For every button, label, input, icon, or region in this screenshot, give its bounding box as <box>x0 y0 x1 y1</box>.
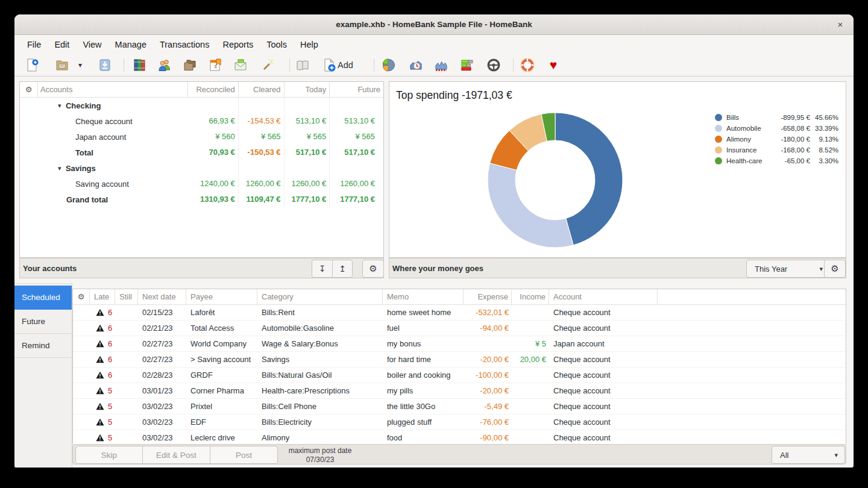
late-cell: 6 <box>90 352 115 367</box>
col-reconciled[interactable]: Reconciled <box>188 82 239 97</box>
scheduled-row[interactable]: 503/01/23Corner PharmaHealth-care:Prescr… <box>73 383 846 399</box>
expense-cell: -90,00 € <box>464 430 512 444</box>
grand-future: 1777,10 € <box>330 192 383 207</box>
scheduled-icon[interactable]: 3 <box>208 58 222 72</box>
scheduled-row[interactable]: 503/02/23Leclerc driveAlimonyfood-90,00 … <box>73 430 846 444</box>
filter-dropdown[interactable]: All ▾ <box>772 446 845 464</box>
menu-edit[interactable]: Edit <box>48 35 76 54</box>
ledger-book-icon[interactable] <box>295 58 310 72</box>
account-row[interactable]: Cheque account 66,93 € -154,53 € 513,10 … <box>20 113 383 129</box>
homebank-window: example.xhb - HomeBank Sample File - Hom… <box>14 14 854 468</box>
close-icon[interactable]: × <box>833 17 848 32</box>
balance-cleared: -154,53 € <box>239 113 285 129</box>
budget-report-icon[interactable] <box>460 58 474 72</box>
payee-cell: Laforêt <box>186 305 257 320</box>
tree-expanded-icon[interactable]: ▾ <box>58 164 66 172</box>
save-icon[interactable] <box>98 58 112 72</box>
late-count: 5 <box>108 399 112 414</box>
col-today[interactable]: Today <box>285 82 330 97</box>
income-cell: ¥ 5 <box>512 336 549 351</box>
menu-transactions[interactable]: Transactions <box>153 35 216 54</box>
columns-gear-icon[interactable]: ⚙ <box>73 289 90 304</box>
chart-settings-button[interactable]: ⚙ <box>824 260 846 278</box>
tab-remind[interactable]: Remind <box>14 334 72 358</box>
collapse-all-button[interactable]: ↥ <box>332 260 353 278</box>
payee-cell: > Saving account <box>186 352 257 367</box>
balance-report-icon[interactable] <box>434 58 448 72</box>
help-lifering-icon[interactable] <box>520 58 535 72</box>
scheduled-row[interactable]: 503/02/23PrixtelBills:Cell Phonethe litt… <box>73 399 846 414</box>
account-group-row[interactable]: ▾Savings <box>20 160 383 176</box>
categories-icon[interactable] <box>183 58 197 72</box>
col-cleared[interactable]: Cleared <box>239 82 285 97</box>
warning-icon <box>96 340 104 348</box>
add-transaction-icon[interactable] <box>322 58 336 72</box>
edit-post-button[interactable]: Edit & Post <box>143 446 210 464</box>
col-account[interactable]: Account <box>549 289 658 304</box>
expense-cell: -532,01 € <box>464 305 512 320</box>
new-file-icon[interactable] <box>25 58 39 72</box>
col-late[interactable]: Late <box>90 289 115 304</box>
account-cell: Cheque account <box>549 368 658 383</box>
account-label: Japan account <box>38 129 188 145</box>
open-recent-caret-icon[interactable]: ▾ <box>75 58 85 72</box>
period-dropdown[interactable]: This Year ▾ <box>746 260 830 278</box>
menu-help[interactable]: Help <box>294 35 325 54</box>
col-future[interactable]: Future <box>330 82 383 97</box>
legend-swatch <box>715 136 722 143</box>
skip-button[interactable]: Skip <box>75 446 143 464</box>
scheduled-row[interactable]: 602/28/23GRDFBills:Natural Gas/Oilboiler… <box>73 368 846 383</box>
open-file-icon[interactable] <box>55 58 69 72</box>
your-accounts-label: Your accounts <box>20 264 77 273</box>
payee-cell: Prixtel <box>186 399 257 414</box>
col-category[interactable]: Category <box>257 289 383 304</box>
assist-wizard-icon[interactable] <box>260 58 275 72</box>
menu-reports[interactable]: Reports <box>216 35 260 54</box>
trend-time-icon[interactable] <box>409 58 423 72</box>
next-date-cell: 02/27/23 <box>138 352 186 367</box>
accounts-settings-button[interactable]: ⚙ <box>362 260 384 278</box>
columns-gear-icon[interactable]: ⚙ <box>20 82 38 97</box>
archive-budget-icon[interactable] <box>233 58 248 72</box>
payees-icon[interactable] <box>157 58 172 72</box>
col-memo[interactable]: Memo <box>383 289 464 304</box>
account-cell: Cheque account <box>549 321 658 336</box>
account-row[interactable]: Japan account ¥ 560 ¥ 565 ¥ 565 ¥ 565 <box>20 129 383 145</box>
scheduled-row[interactable]: 602/21/23Total AccessAutomobile:Gasoline… <box>73 321 846 336</box>
expense-cell: -94,00 € <box>464 321 512 336</box>
scheduled-row[interactable]: 503/02/23EDFBills:Electricityplugged stu… <box>73 414 846 430</box>
vehicle-cost-icon[interactable] <box>486 58 501 72</box>
window-title: example.xhb - HomeBank Sample File - Hom… <box>14 14 854 35</box>
add-transaction-label[interactable]: Add <box>338 58 353 72</box>
grand-total-label: Grand total <box>38 192 188 207</box>
menu-file[interactable]: File <box>20 35 48 54</box>
menu-view[interactable]: View <box>76 35 108 54</box>
menu-tools[interactable]: Tools <box>260 35 294 54</box>
scheduled-row[interactable]: 602/27/23World CompanyWage & Salary:Bonu… <box>73 336 846 352</box>
late-count: 5 <box>108 430 112 444</box>
where-money-goes-bar: Where your money goes This Year ▾ ⚙ <box>389 258 846 278</box>
col-accounts[interactable]: Accounts <box>38 82 188 97</box>
donate-heart-icon[interactable]: ♥ <box>546 58 561 72</box>
post-button[interactable]: Post <box>210 446 278 464</box>
col-income[interactable]: Income <box>512 289 549 304</box>
scheduled-row[interactable]: 602/15/23LaforêtBills:Renthome sweet hom… <box>73 305 846 321</box>
balance-today: ¥ 565 <box>285 129 330 145</box>
col-expense[interactable]: Expense <box>464 289 512 304</box>
col-next-date[interactable]: Next date <box>138 289 186 304</box>
expand-all-button[interactable]: ↧ <box>312 260 332 278</box>
tab-scheduled[interactable]: Scheduled <box>14 286 72 310</box>
late-cell: 6 <box>90 305 115 320</box>
account-row[interactable]: Saving account 1240,00 € 1260,00 € 1260,… <box>20 176 383 192</box>
statistics-pie-icon[interactable] <box>382 58 396 72</box>
tab-future[interactable]: Future <box>14 310 72 334</box>
scheduled-row[interactable]: 602/27/23> Saving accountSavingsfor hard… <box>73 352 846 368</box>
tree-expanded-icon[interactable]: ▾ <box>58 102 66 110</box>
account-group-row[interactable]: ▾Checking <box>20 98 383 113</box>
accounts-icon[interactable] <box>132 58 146 72</box>
menu-manage[interactable]: Manage <box>108 35 153 54</box>
col-still[interactable]: Still <box>115 289 138 304</box>
col-payee[interactable]: Payee <box>186 289 257 304</box>
group-label: Checking <box>66 101 101 110</box>
legend-value: -180,00 € <box>770 136 810 143</box>
